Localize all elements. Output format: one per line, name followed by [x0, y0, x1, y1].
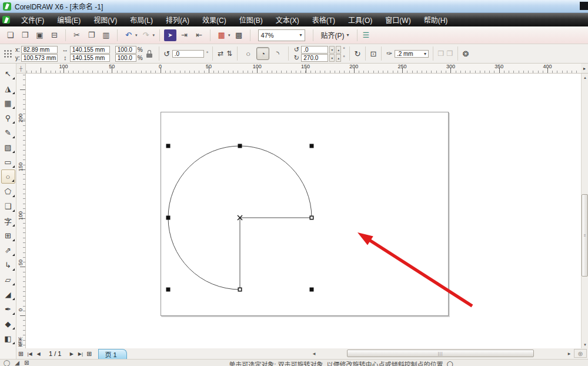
basic-shapes-tool[interactable]: ❑ [1, 199, 15, 213]
ruler-origin-button[interactable]: ┼ [16, 64, 26, 74]
redo-button[interactable]: ↷ [139, 29, 153, 42]
horizontal-scroll-thumb[interactable]: ||| [347, 350, 534, 357]
vertical-scroll-thumb[interactable]: ≡ [582, 194, 588, 277]
arc-node[interactable] [310, 217, 313, 219]
selection-handle[interactable] [166, 144, 171, 148]
menu-item-arrange[interactable]: 排列(A) [159, 13, 196, 26]
menu-item-help[interactable]: 帮助(H) [417, 13, 455, 26]
export-button[interactable]: ⇤ [192, 29, 206, 42]
crop-tool[interactable]: ▦ [1, 96, 15, 110]
copy-button[interactable]: ❐ [85, 29, 98, 42]
ellipse-tool[interactable]: ○ [1, 169, 15, 184]
vertical-ruler[interactable]: 毫米 200150100500 [16, 74, 26, 348]
redo-dropdown-icon[interactable]: ▾ [153, 33, 155, 38]
selection-handle[interactable] [166, 216, 171, 220]
chevron-down-icon[interactable]: ▾ [300, 32, 302, 38]
eyedropper-tool[interactable]: ◢ [1, 287, 15, 301]
application-launcher-button[interactable]: ▦ [215, 29, 228, 42]
paste-button[interactable]: ▥ [99, 29, 113, 42]
spin-up-button[interactable]: ▴ [336, 46, 341, 54]
menu-item-text[interactable]: 文本(X) [269, 13, 306, 26]
menu-item-bitmaps[interactable]: 位图(B) [233, 13, 269, 26]
add-page-icon[interactable]: ⊞ [85, 350, 93, 358]
scroll-up-icon[interactable]: ▲ [582, 74, 588, 81]
spin-up-button[interactable]: ▴ [336, 54, 341, 62]
welcome-screen-button[interactable]: ▩ [232, 29, 246, 42]
outline-pen-tool[interactable]: ✒ [1, 302, 15, 316]
menu-item-edit[interactable]: 编辑(E) [51, 13, 87, 26]
drawing-canvas[interactable] [26, 74, 581, 348]
next-page-button[interactable]: ▶ [67, 351, 76, 357]
change-direction-icon[interactable]: ↻ [354, 49, 361, 58]
pie-shape-layer[interactable] [26, 74, 581, 348]
cut-button[interactable]: ✂ [70, 29, 83, 42]
pie-mode-button[interactable]: ◔ [256, 47, 269, 60]
pick-tool[interactable]: ↖ [1, 66, 15, 81]
new-document-button[interactable]: ❏ [4, 29, 17, 42]
vertical-scrollbar[interactable]: ▲ ≡ ▼ [581, 74, 588, 348]
text-wrap-icon[interactable]: ⊡ [370, 49, 377, 58]
ruler-end-button[interactable]: ▸ [581, 64, 588, 74]
start-angle-input[interactable]: .0 [301, 46, 328, 54]
rectangle-tool[interactable]: ▭ [1, 155, 15, 169]
interactive-fill-tool[interactable]: ◧ [1, 331, 15, 345]
zoom-level-combo[interactable]: 47% ▾ [258, 29, 305, 41]
rotation-angle-input[interactable]: .0 [172, 50, 204, 58]
window-controls[interactable] [580, 2, 588, 10]
menu-item-table[interactable]: 表格(T) [306, 13, 342, 26]
menu-item-file[interactable]: 文件(F) [15, 13, 51, 26]
outline-width-combo[interactable]: .2 mm ▾ [395, 50, 429, 58]
mirror-vertical-icon[interactable]: ⇅ [226, 49, 233, 58]
mirror-horizontal-icon[interactable]: ⇄ [217, 49, 224, 58]
zoom-tool[interactable]: ⚲ [1, 111, 15, 125]
ellipse-mode-button[interactable]: ○ [242, 47, 255, 60]
open-document-button[interactable]: ❒ [18, 29, 32, 42]
search-content-button[interactable]: ➤ [164, 29, 176, 41]
object-x-input[interactable]: 82.89 mm [21, 46, 58, 54]
table-tool[interactable]: ⊞ [1, 228, 15, 242]
app-menu-icon[interactable] [2, 16, 10, 24]
menu-item-view[interactable]: 视图(V) [87, 13, 123, 26]
connector-tool[interactable]: ↳ [1, 258, 15, 272]
convert-to-curves-icon[interactable]: ❂ [462, 49, 469, 58]
freehand-tool[interactable]: ✎ [1, 125, 15, 139]
shape-tool[interactable]: ◮ [1, 81, 15, 95]
menu-item-effects[interactable]: 效果(C) [196, 13, 233, 26]
end-angle-input[interactable]: 270.0 [301, 54, 328, 62]
first-page-button[interactable]: |◀ [25, 351, 34, 357]
object-y-input[interactable]: 100.573 mm [21, 54, 58, 62]
smart-fill-tool[interactable]: ▧ [1, 140, 15, 154]
spin-down-button[interactable]: ▾ [329, 46, 335, 54]
arc-node[interactable] [239, 288, 242, 291]
blend-tool[interactable]: ▱ [1, 272, 15, 287]
snap-to-dropdown[interactable]: 贴齐(P) ▾ [321, 30, 349, 40]
import-button[interactable]: ⇥ [178, 29, 191, 42]
undo-button[interactable]: ↶ [122, 29, 135, 42]
save-document-button[interactable]: ▣ [33, 29, 46, 42]
horizontal-ruler[interactable]: 10050050100150200250300350400 [26, 64, 581, 74]
arc-mode-button[interactable]: ◝ [271, 47, 284, 60]
horizontal-scrollbar[interactable]: ◀ ||| ▶ [310, 349, 573, 358]
selection-handle[interactable] [238, 144, 242, 148]
fill-tool[interactable]: ◆ [1, 317, 15, 331]
chevron-down-icon[interactable]: ▾ [424, 51, 426, 56]
quick-wrap-icon[interactable]: ❐ [446, 49, 453, 58]
options-icon[interactable]: ☰ [363, 31, 370, 39]
object-width-input[interactable]: 140.155 mm [70, 46, 110, 54]
text-tool[interactable]: 字 [1, 214, 15, 228]
scroll-down-icon[interactable]: ▼ [582, 341, 588, 348]
scroll-left-icon[interactable]: ◀ [310, 350, 318, 357]
print-document-button[interactable]: ⊟ [48, 29, 61, 42]
page-tab[interactable]: 页 1 [98, 349, 126, 359]
previous-page-button[interactable]: ◀ [34, 351, 43, 357]
selection-handle[interactable] [310, 144, 314, 148]
wrap-boundary-icon[interactable]: ❒ [437, 49, 445, 58]
dimension-tool[interactable]: ⇗ [1, 243, 15, 257]
spin-down-button[interactable]: ▾ [329, 54, 335, 62]
navigator-icon[interactable]: ◎ [574, 349, 587, 358]
chevron-down-icon[interactable]: ▾ [347, 32, 349, 38]
menu-item-window[interactable]: 窗口(W) [379, 13, 417, 26]
scroll-right-icon[interactable]: ▶ [566, 350, 573, 357]
scale-y-input[interactable]: 100.0 [115, 54, 136, 62]
undo-dropdown-icon[interactable]: ▾ [135, 33, 138, 38]
